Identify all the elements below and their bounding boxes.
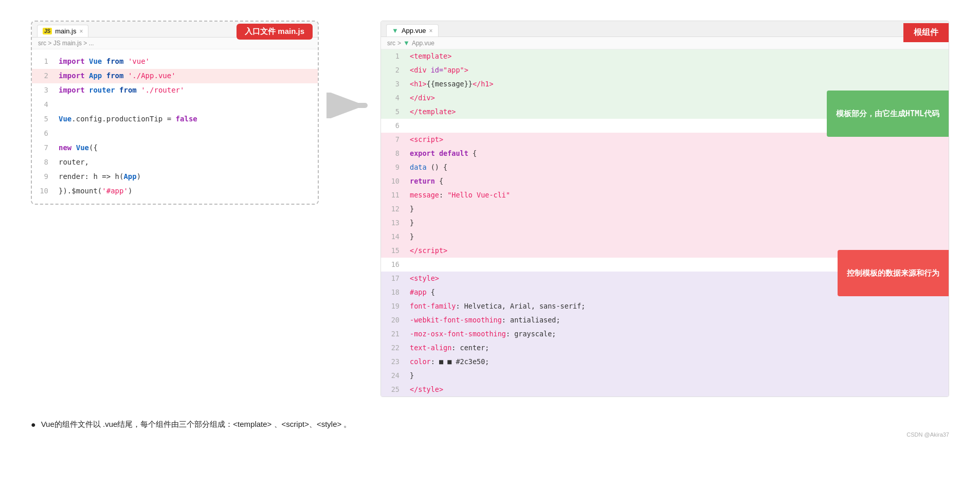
right-line-number: 22 — [385, 342, 400, 354]
right-code-line: 24 } — [381, 369, 949, 383]
line-number: 1 — [36, 56, 48, 68]
right-code-line: 25 </style> — [381, 383, 949, 397]
line-number: 10 — [36, 185, 48, 197]
line-number: 4 — [36, 99, 48, 111]
right-tab[interactable]: ▼ App.vue × — [386, 24, 439, 37]
line-number: 9 — [36, 171, 48, 183]
bullet-icon: ● — [31, 420, 36, 429]
right-code-line: 8 export default { — [381, 147, 949, 160]
right-code-line: 10 return { — [381, 174, 949, 188]
right-line-number: 5 — [385, 106, 400, 118]
right-code-text: export default { — [410, 148, 945, 160]
bottom-credit: CSDN @Akira37 — [10, 431, 970, 438]
code-text: import Vue from 'vue' — [59, 56, 314, 68]
right-line-number: 12 — [385, 203, 400, 215]
code-text: }).$mount('#app') — [59, 185, 314, 197]
right-line-number: 25 — [385, 384, 400, 396]
right-line-number: 24 — [385, 370, 400, 382]
right-panel: ▼ App.vue × 根组件 src > ▼ App.vue 模板部分，由它生… — [380, 21, 949, 397]
right-editor-window: ▼ App.vue × 根组件 src > ▼ App.vue 模板部分，由它生… — [380, 21, 949, 397]
bottom-text: Vue的组件文件以 .vue结尾，每个组件由三个部分组成：<template> … — [41, 420, 352, 429]
left-panel: JS main.js × 入口文件 main.js src > JS main.… — [31, 21, 319, 205]
right-code-area: 模板部分，由它生成HTML代码 控制模板的数据来源和行为 css样式部分 1 <… — [381, 49, 949, 397]
right-code-text: message: "Hello Vue-cli" — [410, 189, 945, 202]
right-code-line: 11 message: "Hello Vue-cli" — [381, 188, 949, 202]
right-code-line: 19 font-family: Helvetica, Arial, sans-s… — [381, 299, 949, 313]
right-line-number: 20 — [385, 314, 400, 327]
right-code-text: text-align: center; — [410, 342, 945, 354]
right-line-number: 14 — [385, 231, 400, 243]
code-line: 5Vue.config.productionTip = false — [32, 112, 318, 127]
line-number: 7 — [36, 142, 48, 154]
code-line: 4 — [32, 98, 318, 112]
right-line-number: 3 — [385, 78, 400, 91]
right-code-line: 21 -moz-osx-font-smoothing: grayscale; — [381, 327, 949, 341]
left-editor-window: JS main.js × 入口文件 main.js src > JS main.… — [31, 21, 319, 205]
arrow-container — [319, 21, 380, 118]
right-code-line: 14 } — [381, 230, 949, 244]
right-line-number: 21 — [385, 328, 400, 340]
code-line: 8 router, — [32, 155, 318, 170]
right-code-text: font-family: Helvetica, Arial, sans-seri… — [410, 300, 945, 313]
code-line: 7new Vue({ — [32, 141, 318, 155]
code-text: new Vue({ — [59, 142, 314, 154]
bc-vue-icon: ▼ — [403, 39, 410, 47]
right-code-text: </style> — [410, 384, 945, 396]
right-code-line: 3 <h1>{{message}}</h1> — [381, 77, 949, 91]
left-tab[interactable]: JS main.js × — [37, 25, 88, 37]
right-code-text: <div id="app"> — [410, 64, 945, 77]
right-line-number: 16 — [385, 259, 400, 271]
right-badge: 根组件 — [903, 23, 949, 42]
right-code-text: color: ■ ■ #2c3e50; — [410, 356, 945, 368]
right-tab-label: App.vue — [402, 27, 426, 34]
line-number: 3 — [36, 84, 48, 97]
code-line: 6 — [32, 127, 318, 141]
right-line-number: 9 — [385, 161, 400, 174]
right-line-number: 19 — [385, 300, 400, 313]
right-line-number: 6 — [385, 120, 400, 132]
bottom-section: ● Vue的组件文件以 .vue结尾，每个组件由三个部分组成：<template… — [10, 420, 970, 429]
right-line-number: 7 — [385, 134, 400, 146]
right-line-number: 17 — [385, 273, 400, 285]
right-line-number: 8 — [385, 148, 400, 160]
line-number: 6 — [36, 128, 48, 140]
left-tab-close[interactable]: × — [79, 28, 83, 35]
right-code-text: -moz-osx-font-smoothing: grayscale; — [410, 328, 945, 340]
code-line: 2import App from './App.vue' — [32, 69, 318, 83]
code-line: 3import router from './router' — [32, 83, 318, 98]
right-code-line: 9 data () { — [381, 160, 949, 174]
code-line: 1import Vue from 'vue' — [32, 55, 318, 69]
right-code-line: 20 -webkit-font-smoothing: antialiased; — [381, 313, 949, 327]
right-line-number: 2 — [385, 64, 400, 77]
right-code-text: return { — [410, 175, 945, 188]
right-line-number: 1 — [385, 50, 400, 63]
right-code-text: -webkit-font-smoothing: antialiased; — [410, 314, 945, 327]
right-tab-close[interactable]: × — [429, 27, 433, 34]
line-number: 2 — [36, 70, 48, 82]
code-text: render: h => h(App) — [59, 171, 314, 183]
right-line-number: 23 — [385, 356, 400, 368]
right-code-text: } — [410, 370, 945, 382]
right-line-number: 13 — [385, 217, 400, 229]
right-line-number: 4 — [385, 92, 400, 104]
right-tab-bar: ▼ App.vue × — [381, 21, 949, 37]
right-code-line: 1 <template> — [381, 49, 949, 63]
right-code-line: 2 <div id="app"> — [381, 63, 949, 77]
code-text: import App from './App.vue' — [59, 70, 314, 82]
annot-script: 控制模板的数据来源和行为 — [838, 250, 949, 296]
code-line: 9 render: h => h(App) — [32, 170, 318, 184]
right-code-text: } — [410, 203, 945, 215]
right-code-text: <template> — [410, 50, 945, 63]
left-code-area: 1import Vue from 'vue'2import App from '… — [32, 49, 318, 204]
code-line: 10}).$mount('#app') — [32, 184, 318, 199]
right-code-line: 23 color: ■ ■ #2c3e50; — [381, 355, 949, 369]
code-text: router, — [59, 156, 314, 169]
annot-template: 模板部分，由它生成HTML代码 — [827, 91, 949, 137]
bc-src: src — [387, 40, 395, 47]
left-tab-label: main.js — [55, 27, 76, 35]
right-line-number: 18 — [385, 286, 400, 299]
left-badge: 入口文件 main.js — [237, 24, 313, 40]
line-number: 5 — [36, 113, 48, 125]
code-text: import router from './router' — [59, 84, 314, 97]
right-code-line: 22 text-align: center; — [381, 341, 949, 355]
